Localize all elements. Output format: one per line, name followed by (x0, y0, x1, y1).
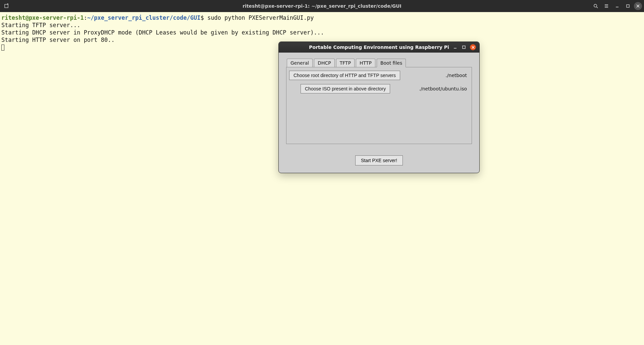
terminal-line: Starting TFTP server... (1, 22, 80, 28)
gui-minimize-button[interactable] (452, 45, 458, 50)
new-tab-icon (4, 3, 9, 9)
minimize-icon (615, 4, 619, 8)
choose-root-dir-button[interactable]: Choose root directory of HTTP and TFTP s… (289, 71, 400, 80)
maximize-icon (462, 45, 466, 49)
terminal-line: Starting DHCP server in ProxyDHCP mode (… (1, 29, 324, 36)
tab-boot-files[interactable]: Boot files (377, 59, 406, 67)
svg-point-3 (594, 4, 597, 7)
tab-http[interactable]: HTTP (356, 59, 375, 67)
minimize-icon (453, 45, 457, 49)
terminal-line: Starting HTTP server on port 80.. (1, 37, 115, 43)
hamburger-icon (604, 3, 609, 9)
svg-line-4 (596, 7, 598, 8)
tab-panel-boot-files: Choose root directory of HTTP and TFTP s… (286, 67, 472, 144)
terminal-titlebar: ritesht@pxe-server-rpi-1: ~/pxe_server_r… (0, 0, 644, 12)
gui-maximize-button[interactable] (461, 45, 467, 50)
prompt-sep: : (84, 14, 87, 21)
maximize-icon (626, 4, 630, 8)
prompt-user: ritesht@pxe-server-rpi-1 (1, 14, 84, 21)
prompt-symbol: $ (201, 14, 204, 21)
row-choose-root: Choose root directory of HTTP and TFTP s… (289, 71, 469, 80)
tab-general[interactable]: General (287, 59, 313, 67)
terminal-cursor (1, 45, 4, 51)
svg-rect-0 (5, 4, 8, 8)
start-pxe-server-button[interactable]: Start PXE server! (355, 155, 403, 165)
command-text: sudo python PXEServerMainGUI.py (204, 14, 314, 21)
terminal-window-title: ritesht@pxe-server-rpi-1: ~/pxe_server_r… (0, 3, 644, 9)
iso-path: ./netboot/ubuntu.iso (419, 86, 469, 91)
root-dir-path: ./netboot (445, 73, 469, 78)
gui-body: General DHCP TFTP HTTP Boot files Choose… (279, 53, 479, 173)
terminal-minimize-button[interactable] (612, 1, 622, 11)
tab-tftp[interactable]: TFTP (336, 59, 355, 67)
terminal-close-button[interactable] (634, 2, 642, 10)
prompt-path: ~/pxe_server_rpi_cluster/code/GUI (87, 14, 201, 21)
terminal-search-button[interactable] (591, 1, 600, 11)
search-icon (593, 3, 598, 9)
choose-iso-button[interactable]: Choose ISO present in above directory (301, 84, 390, 93)
start-row: Start PXE server! (286, 155, 472, 165)
new-tab-button[interactable] (2, 1, 11, 11)
close-icon (472, 46, 475, 49)
row-choose-iso: Choose ISO present in above directory ./… (289, 84, 469, 93)
gui-window-title: Portable Computing Environment using Ras… (279, 45, 479, 50)
pxe-gui-window: Portable Computing Environment using Ras… (278, 42, 480, 173)
svg-rect-9 (627, 5, 629, 7)
terminal-maximize-button[interactable] (623, 1, 633, 11)
terminal-menu-button[interactable] (602, 1, 611, 11)
close-icon (636, 4, 640, 8)
gui-titlebar: Portable Computing Environment using Ras… (279, 42, 479, 53)
tab-dhcp[interactable]: DHCP (314, 59, 335, 67)
gui-close-button[interactable] (470, 44, 476, 50)
tab-row: General DHCP TFTP HTTP Boot files (286, 59, 472, 67)
svg-rect-13 (463, 46, 465, 49)
